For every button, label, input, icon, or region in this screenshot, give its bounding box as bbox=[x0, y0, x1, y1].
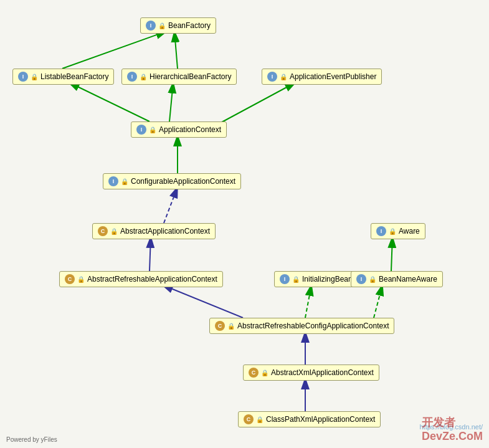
icon-interface: I bbox=[376, 226, 386, 236]
svg-line-6 bbox=[69, 82, 150, 122]
svg-line-14 bbox=[374, 285, 382, 318]
node-label: ApplicationContext bbox=[159, 125, 221, 134]
svg-line-15 bbox=[391, 237, 392, 271]
node-initializingbean: I 🔒 InitializingBean bbox=[274, 271, 358, 287]
svg-line-5 bbox=[174, 31, 178, 69]
node-configurableapplicationcontext: I 🔒 ConfigurableApplicationContext bbox=[103, 173, 241, 189]
svg-line-4 bbox=[62, 31, 167, 69]
icon-interface: I bbox=[267, 72, 277, 82]
node-label: AbstractXmlApplicationContext bbox=[271, 368, 374, 377]
svg-line-13 bbox=[305, 285, 311, 318]
icon-class: C bbox=[249, 368, 259, 378]
icon-interface: I bbox=[356, 274, 366, 284]
node-hierarchicalbeanfactory: I 🔒 HierarchicalBeanFactory bbox=[121, 69, 237, 85]
node-label: InitializingBean bbox=[302, 275, 353, 284]
node-listablebeanfactory: I 🔒 ListableBeanFactory bbox=[12, 69, 114, 85]
icon-class: C bbox=[244, 414, 254, 424]
node-label: ConfigurableApplicationContext bbox=[131, 177, 235, 186]
icon-interface: I bbox=[146, 21, 156, 31]
svg-line-11 bbox=[150, 237, 151, 271]
icon-class: C bbox=[215, 321, 225, 331]
svg-line-12 bbox=[162, 285, 243, 318]
icon-class: C bbox=[98, 226, 108, 236]
node-beanfactory: I 🔒 BeanFactory bbox=[140, 17, 216, 34]
node-abstractapplicationcontext: C 🔒 AbstractApplicationContext bbox=[92, 223, 216, 239]
watermark: 开发者 DevZe.CoM bbox=[422, 415, 483, 443]
node-label: AbstractRefreshableConfigApplicationCont… bbox=[237, 322, 389, 330]
node-label: BeanNameAware bbox=[379, 275, 437, 284]
powered-by: Powered by yFiles bbox=[6, 436, 57, 443]
node-label: ClassPathXmlApplicationContext bbox=[266, 415, 375, 424]
svg-line-7 bbox=[169, 82, 173, 122]
icon-class: C bbox=[65, 274, 75, 284]
icon-interface: I bbox=[108, 176, 118, 186]
node-abstractxmlapplicationcontext: C 🔒 AbstractXmlApplicationContext bbox=[243, 365, 379, 381]
node-abstractrefreshableconfigapplicationcontext: C 🔒 AbstractRefreshableConfigApplication… bbox=[209, 318, 394, 334]
node-applicationeventpublisher: I 🔒 ApplicationEventPublisher bbox=[262, 69, 382, 85]
icon-interface: I bbox=[18, 72, 28, 82]
node-label: ListableBeanFactory bbox=[40, 72, 108, 81]
icon-interface: I bbox=[136, 125, 146, 135]
node-classpathxmlapplicationcontext: C 🔒 ClassPathXmlApplicationContext bbox=[238, 411, 381, 427]
node-beannameaware: I 🔒 BeanNameAware bbox=[351, 271, 443, 287]
node-applicationcontext: I 🔒 ApplicationContext bbox=[131, 122, 227, 138]
icon-interface: I bbox=[280, 274, 290, 284]
node-abstractrefreshableapplicationcontext: C 🔒 AbstractRefreshableApplicationContex… bbox=[59, 271, 223, 287]
node-label: ApplicationEventPublisher bbox=[290, 72, 376, 81]
diagram-container: I 🔒 BeanFactory I 🔒 ListableBeanFactory … bbox=[0, 0, 489, 448]
node-label: BeanFactory bbox=[168, 21, 211, 30]
node-label: AbstractApplicationContext bbox=[120, 227, 210, 236]
svg-line-10 bbox=[164, 187, 178, 223]
icon-interface: I bbox=[127, 72, 137, 82]
node-label: AbstractRefreshableApplicationContext bbox=[87, 275, 217, 284]
node-aware: I 🔒 Aware bbox=[371, 223, 425, 239]
node-label: Aware bbox=[399, 227, 420, 236]
node-label: HierarchicalBeanFactory bbox=[150, 72, 231, 81]
